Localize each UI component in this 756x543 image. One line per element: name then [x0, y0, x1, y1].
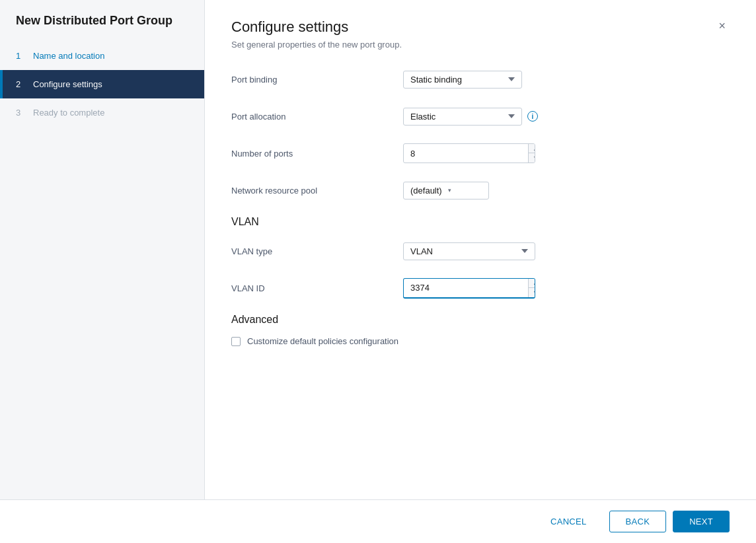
active-indicator [0, 70, 3, 98]
sidebar-steps: 1 Name and location 2 Configure settings… [0, 42, 204, 127]
number-of-ports-control: 8 ▲ ▼ [403, 143, 730, 163]
number-of-ports-wrapper: 8 ▲ ▼ [403, 143, 535, 163]
close-button[interactable]: × [714, 18, 730, 33]
network-resource-pool-value: (default) [410, 186, 442, 196]
info-icon[interactable]: i [527, 111, 538, 122]
vlan-id-spinner: ▲ ▼ [528, 279, 535, 297]
vlan-id-input[interactable]: 3374 [404, 279, 528, 296]
advanced-heading: Advanced [231, 314, 730, 326]
vlan-id-spinner-down[interactable]: ▼ [529, 288, 535, 297]
vlan-id-control: 3374 ▲ ▼ [403, 278, 730, 299]
vlan-id-row: VLAN ID 3374 ▲ ▼ [231, 277, 730, 299]
port-binding-row: Port binding Static binding Ephemeral - … [231, 68, 730, 90]
vlan-id-label: VLAN ID [231, 283, 403, 293]
network-resource-pool-row: Network resource pool (default) ▾ [231, 179, 730, 201]
vlan-type-control: None VLAN VLAN trunking Private VLAN [403, 242, 730, 260]
back-button[interactable]: BACK [609, 511, 667, 532]
sidebar-step-1[interactable]: 1 Name and location [0, 42, 204, 70]
customize-policies-checkbox[interactable] [231, 337, 241, 346]
spinner-up-button[interactable]: ▲ [529, 144, 535, 153]
vlan-type-select[interactable]: None VLAN VLAN trunking Private VLAN [403, 242, 535, 260]
number-of-ports-row: Number of ports 8 ▲ ▼ [231, 142, 730, 164]
form-section: Port binding Static binding Ephemeral - … [231, 68, 730, 346]
network-resource-pool-dropdown[interactable]: (default) ▾ [403, 182, 489, 199]
sidebar: New Distributed Port Group 1 Name and lo… [0, 0, 205, 499]
dialog: New Distributed Port Group 1 Name and lo… [0, 0, 756, 543]
spinner-down-button[interactable]: ▼ [529, 153, 535, 163]
page-title: Configure settings [231, 18, 348, 36]
dialog-footer: CANCEL BACK NEXT [0, 499, 756, 543]
subtitle: Set general properties of the new port g… [231, 40, 730, 50]
number-of-ports-label: Number of ports [231, 149, 403, 159]
sidebar-step-3[interactable]: 3 Ready to complete [0, 98, 204, 127]
port-allocation-row: Port allocation Elastic Fixed i [231, 105, 730, 127]
sidebar-step-2[interactable]: 2 Configure settings [0, 70, 204, 98]
step-number-3: 3 [16, 108, 26, 118]
vlan-id-spinner-up[interactable]: ▲ [529, 279, 535, 288]
customize-policies-label: Customize default policies configuration [247, 336, 398, 346]
dialog-body: New Distributed Port Group 1 Name and lo… [0, 0, 756, 499]
vlan-type-row: VLAN type None VLAN VLAN trunking Privat… [231, 240, 730, 262]
next-button[interactable]: NEXT [673, 511, 730, 532]
step-label-1: Name and location [33, 51, 104, 61]
main-content: Configure settings × Set general propert… [205, 0, 756, 499]
number-of-ports-input[interactable]: 8 [404, 145, 528, 162]
chevron-down-icon: ▾ [448, 187, 451, 194]
port-binding-control: Static binding Ephemeral - no binding [403, 71, 730, 89]
advanced-section: Advanced Customize default policies conf… [231, 314, 730, 346]
network-resource-pool-control: (default) ▾ [403, 182, 730, 199]
step-number-1: 1 [16, 51, 26, 61]
vlan-id-wrapper: 3374 ▲ ▼ [403, 278, 535, 299]
network-resource-pool-label: Network resource pool [231, 186, 403, 196]
cancel-button[interactable]: CANCEL [535, 511, 603, 532]
sidebar-title: New Distributed Port Group [0, 13, 204, 42]
main-header: Configure settings × [231, 18, 730, 36]
port-binding-label: Port binding [231, 75, 403, 85]
port-binding-select[interactable]: Static binding Ephemeral - no binding [403, 71, 522, 89]
step-label-2: Configure settings [33, 79, 102, 89]
port-allocation-control: Elastic Fixed i [403, 108, 730, 126]
vlan-section-heading: VLAN [231, 216, 730, 228]
number-spinner: ▲ ▼ [528, 144, 535, 163]
port-allocation-select[interactable]: Elastic Fixed [403, 108, 522, 126]
port-allocation-label: Port allocation [231, 112, 403, 122]
step-number-2: 2 [16, 79, 26, 89]
checkbox-row: Customize default policies configuration [231, 336, 730, 346]
vlan-type-label: VLAN type [231, 246, 403, 256]
step-label-3: Ready to complete [33, 108, 104, 118]
